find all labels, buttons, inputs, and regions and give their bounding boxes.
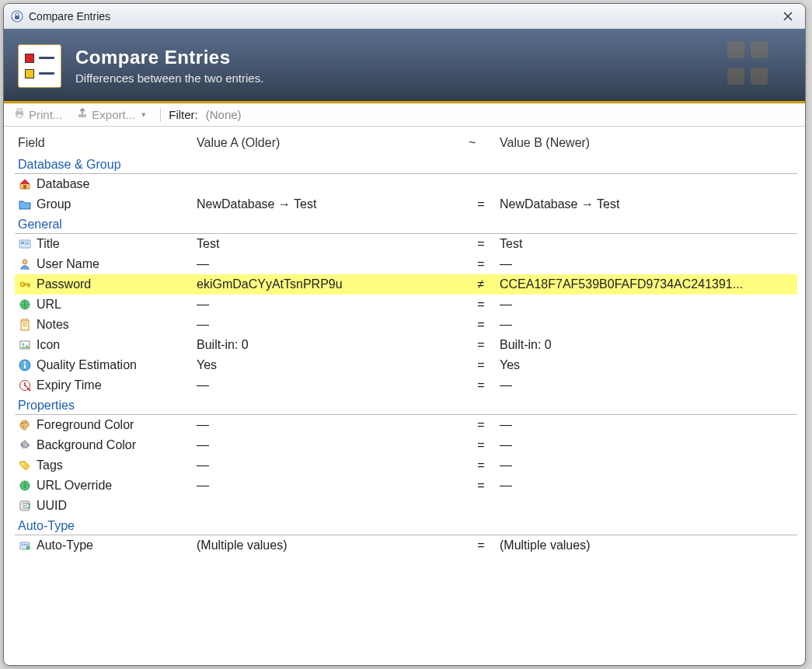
- table-row[interactable]: Auto-Type(Multiple values)=(Multiple val…: [15, 535, 797, 556]
- svg-point-11: [23, 260, 27, 264]
- svg-rect-23: [24, 364, 26, 368]
- relation-cell: =: [465, 335, 497, 355]
- relation-cell: =: [465, 455, 497, 476]
- export-icon: [76, 107, 89, 122]
- relation-cell: =: [465, 476, 497, 496]
- table-row[interactable]: Database: [15, 174, 797, 195]
- print-button[interactable]: Print...: [10, 106, 65, 124]
- svg-rect-34: [24, 544, 26, 545]
- field-cell: Password: [15, 274, 193, 294]
- field-cell: Quality Estimation: [15, 355, 193, 375]
- table-row[interactable]: Foreground Color—=—: [15, 415, 797, 436]
- table-row[interactable]: Tags—=—: [15, 455, 797, 476]
- svg-rect-14: [28, 285, 30, 287]
- value-a-cell: —: [193, 415, 465, 436]
- svg-point-24: [24, 361, 26, 363]
- export-button[interactable]: Export... ▾: [73, 106, 152, 124]
- table-row[interactable]: Background Color—=—: [15, 435, 797, 455]
- svg-rect-3: [17, 109, 22, 112]
- field-cell: UUID: [15, 496, 193, 516]
- svg-rect-6: [23, 185, 26, 189]
- relation-cell: ≠: [465, 274, 497, 294]
- table-row[interactable]: URL—=—: [15, 294, 797, 315]
- relation-cell: =: [465, 535, 497, 556]
- value-a-cell: —: [193, 435, 465, 455]
- field-cell: URL Override: [15, 476, 193, 496]
- value-a-cell: —: [193, 476, 465, 496]
- table-row[interactable]: PasswordekiGmDaCYyAtTsnPRP9u≠CCEA18F7AF5…: [15, 274, 797, 294]
- globe-icon: [18, 479, 32, 493]
- relation-cell: =: [465, 355, 497, 375]
- palette-icon: [18, 418, 32, 432]
- value-a-cell: Test: [193, 234, 465, 255]
- notes-icon: [18, 318, 32, 332]
- col-rel[interactable]: ~: [465, 131, 497, 155]
- table-row[interactable]: Expiry Time—=—: [15, 375, 797, 395]
- table-row[interactable]: IconBuilt-in: 0=Built-in: 0: [15, 335, 797, 355]
- field-cell: Tags: [15, 455, 193, 476]
- relation-cell: =: [465, 234, 497, 255]
- value-b-cell: —: [497, 254, 797, 274]
- window-title: Compare Entries: [29, 10, 110, 23]
- field-cell: Foreground Color: [15, 415, 193, 436]
- table-row[interactable]: Notes—=—: [15, 315, 797, 335]
- section-header: General: [15, 214, 797, 234]
- banner-subtitle: Differences between the two entries.: [75, 71, 263, 85]
- table-row[interactable]: GroupNewDatabase → Test=NewDatabase → Te…: [15, 194, 797, 214]
- field-cell: Notes: [15, 315, 193, 335]
- col-value-a[interactable]: Value A (Older): [193, 131, 465, 155]
- card-icon: [18, 237, 32, 251]
- export-label: Export...: [92, 108, 135, 121]
- relation-cell: [465, 174, 497, 195]
- field-cell: Expiry Time: [15, 375, 193, 395]
- svg-point-36: [26, 546, 30, 549]
- svg-rect-4: [17, 114, 22, 117]
- auto-icon: [18, 538, 32, 552]
- value-b-cell: —: [497, 415, 797, 436]
- comparison-grid[interactable]: Field Value A (Older) ~ Value B (Newer) …: [15, 131, 797, 657]
- svg-rect-35: [26, 544, 28, 545]
- value-b-cell: —: [497, 476, 797, 496]
- table-row[interactable]: Quality EstimationYes=Yes: [15, 355, 797, 375]
- comparison-grid-wrap: Field Value A (Older) ~ Value B (Newer) …: [4, 127, 805, 665]
- table-row[interactable]: URL Override—=—: [15, 476, 797, 496]
- value-b-cell: —: [497, 294, 797, 315]
- chevron-down-icon: ▾: [138, 110, 149, 120]
- svg-point-27: [23, 426, 24, 427]
- value-b-cell: —: [497, 435, 797, 455]
- field-cell: Background Color: [15, 435, 193, 455]
- close-icon: [783, 12, 793, 21]
- value-a-cell: —: [193, 375, 465, 395]
- value-b-cell: [497, 496, 797, 516]
- filter-dropdown[interactable]: (None): [206, 108, 242, 121]
- clock-icon: [18, 378, 32, 392]
- value-a-cell: Yes: [193, 355, 465, 375]
- print-label: Print...: [29, 108, 62, 121]
- value-b-cell: Yes: [497, 355, 797, 375]
- app-lock-icon: [10, 9, 24, 23]
- table-row[interactable]: UUID: [15, 496, 797, 516]
- field-cell: Title: [15, 234, 193, 255]
- table-row[interactable]: User Name—=—: [15, 254, 797, 274]
- value-a-cell: (Multiple values): [193, 535, 465, 556]
- table-row[interactable]: TitleTest=Test: [15, 234, 797, 255]
- home-icon: [18, 177, 32, 191]
- col-field[interactable]: Field: [15, 131, 193, 155]
- titlebar: Compare Entries: [4, 4, 805, 29]
- close-button[interactable]: [777, 7, 799, 26]
- value-b-cell: —: [497, 455, 797, 476]
- toolbar: Print... Export... ▾ Filter: (None): [4, 103, 805, 127]
- print-icon: [13, 107, 26, 122]
- globe-icon: [18, 298, 32, 312]
- banner: Compare Entries Differences between the …: [4, 29, 805, 103]
- value-a-cell: —: [193, 455, 465, 476]
- svg-rect-33: [22, 544, 23, 545]
- col-value-b[interactable]: Value B (Newer): [497, 131, 797, 155]
- folder-icon: [18, 197, 32, 211]
- bucket-icon: [18, 438, 32, 452]
- banner-background-decoration: [727, 41, 774, 88]
- svg-point-26: [22, 423, 23, 424]
- value-a-cell: —: [193, 315, 465, 335]
- field-cell: Group: [15, 194, 193, 214]
- tag-icon: [18, 458, 32, 472]
